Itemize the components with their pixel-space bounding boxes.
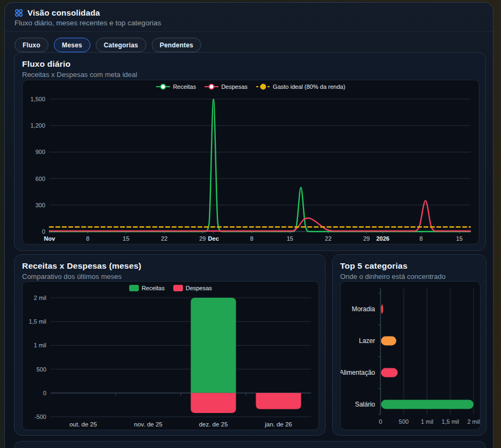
- view-tabs: Fluxo Meses Categorias Pendentes: [5, 32, 493, 52]
- svg-text:Nov: Nov: [44, 235, 56, 242]
- dashboard-screen: Visão consolidada Fluxo diário, meses re…: [0, 0, 501, 448]
- legend-item: Despesas: [173, 285, 212, 291]
- tab-fluxo[interactable]: Fluxo: [15, 38, 48, 52]
- svg-text:8: 8: [86, 235, 89, 242]
- svg-text:22: 22: [325, 235, 331, 242]
- top-categories-title: Top 5 categorias: [340, 261, 478, 271]
- tab-meses[interactable]: Meses: [54, 38, 90, 52]
- monthly-legend: ReceitasDespesas: [23, 285, 319, 291]
- svg-text:Dec: Dec: [208, 235, 219, 242]
- legend-item: Receitas: [129, 285, 165, 291]
- svg-text:-500: -500: [34, 414, 46, 420]
- svg-text:500: 500: [399, 418, 408, 425]
- svg-text:1 mil: 1 mil: [34, 342, 46, 348]
- svg-text:1,5 mil: 1,5 mil: [29, 318, 46, 325]
- svg-text:dez. de 25: dez. de 25: [199, 421, 228, 428]
- tab-categorias[interactable]: Categorias: [96, 38, 146, 52]
- svg-text:22: 22: [161, 235, 167, 242]
- svg-text:15: 15: [123, 235, 129, 242]
- svg-text:Moradia: Moradia: [352, 305, 376, 313]
- top-categories-card: Top 5 categorias Onde o dinheiro está co…: [332, 254, 486, 436]
- panel-header: Visão consolidada Fluxo diário, meses re…: [5, 3, 493, 32]
- daily-flow-title: Fluxo diário: [22, 59, 478, 69]
- daily-flow-chart[interactable]: ReceitasDespesasGasto ideal (80% da rend…: [22, 80, 479, 244]
- svg-text:Alimentação: Alimentação: [341, 369, 375, 376]
- svg-text:out. de 25: out. de 25: [69, 421, 97, 428]
- svg-text:15: 15: [287, 235, 293, 242]
- top-categories-subtitle: Onde o dinheiro está concentrado: [340, 272, 478, 281]
- svg-text:2026: 2026: [376, 235, 389, 242]
- page-subtitle: Fluxo diário, meses recentes e top categ…: [15, 19, 483, 27]
- daily-legend: ReceitasDespesasGasto ideal (80% da rend…: [23, 83, 479, 90]
- svg-text:600: 600: [36, 176, 45, 182]
- daily-flow-card: Fluxo diário Receitas x Despesas com met…: [14, 52, 486, 251]
- monthly-chart-plot[interactable]: 2 mil1,5 mil1 mil5000-500out. de 25nov. …: [23, 295, 319, 430]
- svg-text:0: 0: [42, 228, 45, 235]
- svg-text:0: 0: [379, 418, 382, 425]
- grid-dots-icon: [15, 9, 23, 17]
- svg-text:900: 900: [36, 149, 45, 155]
- daily-chart-plot[interactable]: 03006009001,2001,500Nov8152229Dec8152229…: [23, 93, 479, 244]
- svg-text:Salário: Salário: [355, 401, 376, 408]
- svg-text:15: 15: [456, 235, 463, 242]
- monthly-compare-title: Receitas x Despesas (meses): [22, 261, 317, 271]
- svg-text:2 mil: 2 mil: [467, 418, 479, 425]
- top-categories-plot[interactable]: 05001 mil1,5 mil2 milMoradiaLazerAliment…: [341, 282, 480, 430]
- legend-item: Receitas: [156, 83, 196, 90]
- legend-item: Gasto ideal (80% da renda): [256, 83, 345, 90]
- svg-text:1,5 mil: 1,5 mil: [442, 418, 459, 425]
- svg-text:0: 0: [43, 390, 46, 396]
- svg-text:1,200: 1,200: [30, 122, 45, 129]
- svg-text:300: 300: [36, 202, 45, 208]
- svg-text:Lazer: Lazer: [359, 337, 375, 345]
- svg-text:jan. de 26: jan. de 26: [264, 421, 292, 428]
- partial-card-bottom: [14, 441, 486, 448]
- tab-pendentes[interactable]: Pendentes: [152, 38, 202, 52]
- top-categories-chart[interactable]: 05001 mil1,5 mil2 milMoradiaLazerAliment…: [340, 281, 481, 430]
- svg-text:2 mil: 2 mil: [34, 295, 46, 301]
- svg-text:1,500: 1,500: [30, 96, 45, 102]
- svg-text:nov. de 25: nov. de 25: [134, 421, 163, 428]
- svg-text:8: 8: [250, 235, 253, 242]
- consolidated-view-panel: Visão consolidada Fluxo diário, meses re…: [4, 2, 493, 448]
- daily-flow-subtitle: Receitas x Despesas com meta ideal: [22, 71, 478, 79]
- monthly-compare-card: Receitas x Despesas (meses) Comparativo …: [14, 254, 326, 436]
- svg-text:8: 8: [420, 235, 423, 242]
- page-title: Visão consolidada: [27, 8, 100, 17]
- monthly-compare-subtitle: Comparativo dos últimos meses: [22, 272, 317, 281]
- svg-text:500: 500: [37, 366, 46, 373]
- svg-text:1 mil: 1 mil: [421, 418, 433, 425]
- svg-text:29: 29: [363, 235, 370, 242]
- svg-text:29: 29: [199, 235, 206, 242]
- legend-item: Despesas: [204, 83, 248, 90]
- monthly-compare-chart[interactable]: ReceitasDespesas 2 mil1,5 mil1 mil5000-5…: [22, 281, 319, 430]
